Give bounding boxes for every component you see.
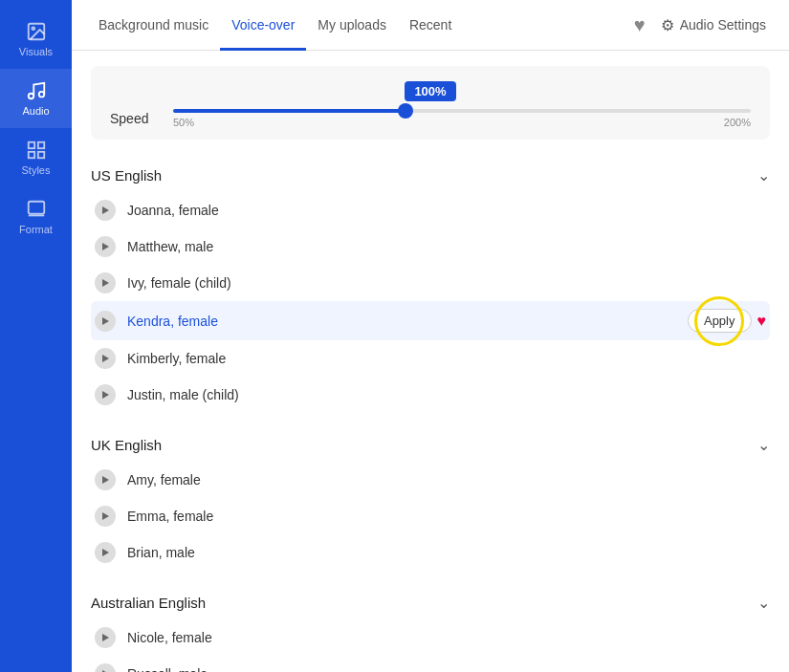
voice-justin[interactable]: Justin, male (child) <box>91 377 770 413</box>
voice-emma-label: Emma, female <box>127 509 766 524</box>
voice-russell-label: Russell, male <box>127 666 766 672</box>
us-english-section: US English ⌄ Joanna, female Matthew, mal… <box>91 159 770 413</box>
apply-container: Apply <box>688 309 752 333</box>
voice-brian[interactable]: Brian, male <box>91 534 770 571</box>
svg-marker-11 <box>102 243 109 250</box>
uk-english-chevron-icon: ⌄ <box>757 436 770 454</box>
voice-kimberly[interactable]: Kimberly, female <box>91 340 770 377</box>
sidebar-item-visuals[interactable]: Visuals <box>0 10 72 69</box>
svg-rect-6 <box>28 152 33 158</box>
tab-background-music[interactable]: Background music <box>87 0 220 51</box>
svg-marker-10 <box>102 206 109 214</box>
voice-nicole[interactable]: Nicole, female <box>91 619 770 656</box>
styles-icon <box>26 140 47 161</box>
uk-english-title: UK English <box>91 437 162 453</box>
us-english-chevron-icon: ⌄ <box>757 166 770 184</box>
sidebar: Visuals Audio Styles Format <box>0 0 72 672</box>
sidebar-audio-label: Audio <box>22 105 49 117</box>
us-english-voice-list: Joanna, female Matthew, male Ivy, female… <box>91 192 770 413</box>
svg-marker-12 <box>102 279 109 287</box>
tabs-bar: Background music Voice-over My uploads R… <box>72 0 789 51</box>
voice-amy[interactable]: Amy, female <box>91 462 770 498</box>
svg-rect-7 <box>37 152 43 158</box>
svg-point-3 <box>38 92 44 98</box>
sidebar-format-label: Format <box>19 224 53 235</box>
voice-kendra-label: Kendra, female <box>127 314 688 329</box>
gear-icon: ⚙ <box>661 16 674 34</box>
voice-brian-label: Brian, male <box>127 545 766 560</box>
svg-marker-17 <box>102 512 109 520</box>
speed-row: Speed 50% 200% <box>110 109 751 128</box>
svg-rect-8 <box>28 202 44 214</box>
sidebar-visuals-label: Visuals <box>19 46 53 57</box>
play-russell-button[interactable] <box>95 663 116 672</box>
audio-settings-label: Audio Settings <box>680 17 766 33</box>
play-kimberly-button[interactable] <box>95 348 116 369</box>
voice-kendra[interactable]: Kendra, female Apply ♥ <box>91 301 770 340</box>
play-joanna-button[interactable] <box>95 200 116 221</box>
audio-settings-button[interactable]: ⚙ Audio Settings <box>653 16 774 34</box>
uk-english-voice-list: Amy, female Emma, female Brian, male <box>91 462 770 571</box>
play-amy-button[interactable] <box>95 469 116 490</box>
svg-point-1 <box>32 27 34 30</box>
australian-english-section: Australian English ⌄ Nicole, female Russ… <box>91 586 770 672</box>
image-icon <box>26 21 47 42</box>
speed-marks: 50% 200% <box>173 117 751 128</box>
australian-english-title: Australian English <box>91 595 206 611</box>
sidebar-item-styles[interactable]: Styles <box>0 128 72 187</box>
voice-ivy-label: Ivy, female (child) <box>127 275 766 291</box>
voice-joanna[interactable]: Joanna, female <box>91 192 770 228</box>
sidebar-item-audio[interactable]: Audio <box>0 69 72 128</box>
us-english-title: US English <box>91 167 162 184</box>
speed-label: Speed <box>110 111 158 126</box>
voice-joanna-label: Joanna, female <box>127 203 766 218</box>
voice-nicole-label: Nicole, female <box>127 630 766 645</box>
voice-justin-label: Justin, male (child) <box>127 387 766 402</box>
tab-my-uploads[interactable]: My uploads <box>306 0 398 51</box>
play-emma-button[interactable] <box>95 506 116 527</box>
svg-marker-14 <box>102 355 109 362</box>
voice-scroll-area: 100% Speed 50% 200% US English ⌄ <box>72 51 789 672</box>
svg-marker-16 <box>102 476 109 484</box>
voice-matthew[interactable]: Matthew, male <box>91 228 770 265</box>
play-ivy-button[interactable] <box>95 272 116 293</box>
svg-marker-19 <box>102 634 109 641</box>
speed-slider-container: 50% 200% <box>173 109 751 128</box>
svg-rect-4 <box>28 142 33 148</box>
uk-english-header[interactable]: UK English ⌄ <box>91 428 770 462</box>
sidebar-styles-label: Styles <box>22 164 51 176</box>
speed-panel: 100% Speed 50% 200% <box>91 66 770 140</box>
speed-min-label: 50% <box>173 117 194 128</box>
uk-english-section: UK English ⌄ Amy, female Emma, female <box>91 428 770 571</box>
play-matthew-button[interactable] <box>95 236 116 257</box>
australian-english-header[interactable]: Australian English ⌄ <box>91 586 770 619</box>
voice-amy-label: Amy, female <box>127 472 766 488</box>
svg-marker-18 <box>102 549 109 556</box>
voice-ivy[interactable]: Ivy, female (child) <box>91 265 770 301</box>
speed-value-badge: 100% <box>405 81 455 101</box>
heart-icon[interactable]: ♥ <box>757 313 767 330</box>
play-kendra-button[interactable] <box>95 311 116 332</box>
svg-marker-13 <box>102 317 109 325</box>
main-content: Background music Voice-over My uploads R… <box>72 0 789 672</box>
voice-matthew-label: Matthew, male <box>127 239 766 254</box>
favorite-icon[interactable]: ♥ <box>626 14 653 36</box>
speed-badge-container: 100% <box>110 81 751 101</box>
tab-recent[interactable]: Recent <box>398 0 463 51</box>
us-english-header[interactable]: US English ⌄ <box>91 159 770 192</box>
voice-emma[interactable]: Emma, female <box>91 498 770 534</box>
sidebar-item-format[interactable]: Format <box>0 187 72 247</box>
speed-max-label: 200% <box>724 117 751 128</box>
australian-english-voice-list: Nicole, female Russell, male <box>91 619 770 672</box>
svg-marker-15 <box>102 391 109 399</box>
voice-kimberly-label: Kimberly, female <box>127 351 766 366</box>
svg-rect-5 <box>37 142 43 148</box>
apply-button[interactable]: Apply <box>688 309 752 333</box>
tab-voice-over[interactable]: Voice-over <box>220 0 306 51</box>
speed-slider[interactable] <box>173 109 751 113</box>
play-justin-button[interactable] <box>95 384 116 405</box>
play-brian-button[interactable] <box>95 542 116 563</box>
voice-russell[interactable]: Russell, male <box>91 656 770 672</box>
format-icon <box>26 199 47 220</box>
play-nicole-button[interactable] <box>95 627 116 648</box>
